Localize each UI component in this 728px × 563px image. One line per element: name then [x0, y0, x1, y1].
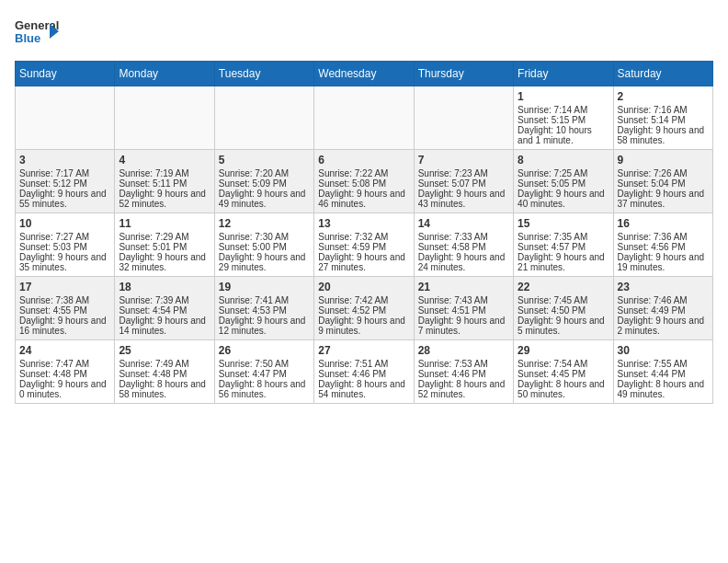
- day-info: Daylight: 9 hours and 19 minutes.: [618, 252, 709, 272]
- calendar-cell: 4Sunrise: 7:19 AMSunset: 5:11 PMDaylight…: [115, 150, 214, 213]
- day-info: Daylight: 9 hours and 55 minutes.: [19, 189, 110, 209]
- day-info: Sunset: 4:54 PM: [119, 305, 210, 316]
- calendar-table: SundayMondayTuesdayWednesdayThursdayFrid…: [15, 61, 713, 404]
- weekday-header-sunday: Sunday: [16, 62, 115, 86]
- day-info: Sunrise: 7:14 AM: [518, 105, 609, 115]
- day-info: Daylight: 9 hours and 12 minutes.: [219, 316, 310, 336]
- day-number: 14: [418, 217, 509, 230]
- day-info: Sunrise: 7:47 AM: [19, 359, 110, 369]
- day-info: Daylight: 10 hours and 1 minute.: [518, 125, 609, 145]
- day-number: 29: [518, 344, 609, 357]
- day-info: Daylight: 9 hours and 43 minutes.: [418, 189, 509, 209]
- day-info: Daylight: 9 hours and 7 minutes.: [418, 316, 509, 336]
- calendar-cell: 6Sunrise: 7:22 AMSunset: 5:08 PMDaylight…: [314, 150, 414, 213]
- day-info: Sunrise: 7:27 AM: [19, 232, 110, 242]
- day-info: Sunset: 4:49 PM: [618, 305, 709, 316]
- day-info: Sunrise: 7:32 AM: [318, 232, 409, 242]
- calendar-cell: 11Sunrise: 7:29 AMSunset: 5:01 PMDayligh…: [115, 213, 214, 277]
- day-info: Sunset: 4:46 PM: [318, 369, 409, 379]
- day-info: Daylight: 8 hours and 56 minutes.: [219, 379, 310, 399]
- weekday-header-thursday: Thursday: [414, 62, 513, 86]
- day-number: 8: [518, 154, 609, 167]
- day-number: 24: [19, 344, 110, 357]
- day-info: Daylight: 9 hours and 9 minutes.: [318, 316, 409, 336]
- day-info: Sunset: 5:11 PM: [119, 178, 210, 189]
- calendar-cell: 14Sunrise: 7:33 AMSunset: 4:58 PMDayligh…: [414, 213, 513, 277]
- day-info: Sunrise: 7:19 AM: [119, 168, 210, 178]
- day-info: Sunrise: 7:35 AM: [518, 232, 609, 242]
- day-number: 3: [19, 154, 110, 167]
- calendar-cell: 19Sunrise: 7:41 AMSunset: 4:53 PMDayligh…: [214, 277, 313, 340]
- day-number: 7: [418, 154, 509, 167]
- day-info: Daylight: 8 hours and 52 minutes.: [418, 379, 509, 399]
- day-info: Sunset: 4:50 PM: [518, 305, 609, 316]
- day-number: 20: [318, 281, 409, 293]
- calendar-week-4: 24Sunrise: 7:47 AMSunset: 4:48 PMDayligh…: [16, 340, 713, 404]
- calendar-cell: 23Sunrise: 7:46 AMSunset: 4:49 PMDayligh…: [613, 277, 712, 340]
- day-number: 23: [618, 281, 709, 293]
- calendar-cell: 16Sunrise: 7:36 AMSunset: 4:56 PMDayligh…: [613, 213, 712, 277]
- calendar-cell: 22Sunrise: 7:45 AMSunset: 4:50 PMDayligh…: [514, 277, 613, 340]
- day-info: Sunset: 5:00 PM: [219, 242, 310, 252]
- day-info: Sunrise: 7:26 AM: [618, 168, 709, 178]
- calendar-cell: 13Sunrise: 7:32 AMSunset: 4:59 PMDayligh…: [314, 213, 414, 277]
- day-info: Sunset: 5:12 PM: [19, 178, 110, 189]
- day-info: Sunset: 4:51 PM: [418, 305, 509, 316]
- day-info: Sunset: 5:09 PM: [219, 178, 310, 189]
- calendar-cell: 17Sunrise: 7:38 AMSunset: 4:55 PMDayligh…: [16, 277, 115, 340]
- day-info: Daylight: 9 hours and 32 minutes.: [119, 252, 210, 272]
- day-info: Sunrise: 7:33 AM: [418, 232, 509, 242]
- calendar-week-2: 10Sunrise: 7:27 AMSunset: 5:03 PMDayligh…: [16, 213, 713, 277]
- day-info: Sunrise: 7:53 AM: [418, 359, 509, 369]
- day-number: 26: [219, 344, 310, 357]
- day-number: 18: [119, 281, 210, 293]
- day-info: Sunset: 4:52 PM: [318, 305, 409, 316]
- day-info: Sunset: 4:48 PM: [19, 369, 110, 379]
- day-number: 9: [618, 154, 709, 167]
- day-info: Daylight: 8 hours and 54 minutes.: [318, 379, 409, 399]
- calendar-week-3: 17Sunrise: 7:38 AMSunset: 4:55 PMDayligh…: [16, 277, 713, 340]
- day-info: Sunset: 5:03 PM: [19, 242, 110, 252]
- calendar-cell: 8Sunrise: 7:25 AMSunset: 5:05 PMDaylight…: [514, 150, 613, 213]
- day-info: Daylight: 8 hours and 50 minutes.: [518, 379, 609, 399]
- weekday-header-saturday: Saturday: [613, 62, 712, 86]
- day-info: Sunset: 4:45 PM: [518, 369, 609, 379]
- calendar-week-0: 1Sunrise: 7:14 AMSunset: 5:15 PMDaylight…: [16, 86, 713, 150]
- calendar-cell: 21Sunrise: 7:43 AMSunset: 4:51 PMDayligh…: [414, 277, 513, 340]
- day-info: Sunset: 4:59 PM: [318, 242, 409, 252]
- day-number: 17: [19, 281, 110, 293]
- day-number: 19: [219, 281, 310, 293]
- day-info: Sunrise: 7:51 AM: [318, 359, 409, 369]
- calendar-header: SundayMondayTuesdayWednesdayThursdayFrid…: [16, 62, 713, 86]
- calendar-cell: 27Sunrise: 7:51 AMSunset: 4:46 PMDayligh…: [314, 340, 414, 404]
- day-info: Sunset: 4:48 PM: [119, 369, 210, 379]
- day-info: Sunrise: 7:50 AM: [219, 359, 310, 369]
- day-number: 4: [119, 154, 210, 167]
- day-number: 21: [418, 281, 509, 293]
- calendar-cell: 18Sunrise: 7:39 AMSunset: 4:54 PMDayligh…: [115, 277, 214, 340]
- day-info: Sunrise: 7:17 AM: [19, 168, 110, 178]
- day-info: Daylight: 9 hours and 40 minutes.: [518, 189, 609, 209]
- day-info: Sunset: 5:07 PM: [418, 178, 509, 189]
- weekday-header-monday: Monday: [115, 62, 214, 86]
- calendar-cell: [414, 86, 513, 150]
- svg-text:Blue: Blue: [15, 31, 40, 45]
- day-info: Sunset: 4:46 PM: [418, 369, 509, 379]
- day-info: Daylight: 9 hours and 24 minutes.: [418, 252, 509, 272]
- day-info: Daylight: 8 hours and 49 minutes.: [618, 379, 709, 399]
- weekday-header-tuesday: Tuesday: [214, 62, 313, 86]
- logo-icon: General Blue: [15, 15, 59, 50]
- calendar-cell: 12Sunrise: 7:30 AMSunset: 5:00 PMDayligh…: [214, 213, 313, 277]
- calendar-cell: [16, 86, 115, 150]
- logo: General Blue: [15, 15, 59, 50]
- day-info: Daylight: 9 hours and 49 minutes.: [219, 189, 310, 209]
- day-info: Sunrise: 7:41 AM: [219, 295, 310, 305]
- day-info: Daylight: 9 hours and 21 minutes.: [518, 252, 609, 272]
- calendar-cell: 26Sunrise: 7:50 AMSunset: 4:47 PMDayligh…: [214, 340, 313, 404]
- day-info: Daylight: 9 hours and 35 minutes.: [19, 252, 110, 272]
- day-info: Sunrise: 7:36 AM: [618, 232, 709, 242]
- day-info: Daylight: 9 hours and 5 minutes.: [518, 316, 609, 336]
- calendar-cell: 24Sunrise: 7:47 AMSunset: 4:48 PMDayligh…: [16, 340, 115, 404]
- day-info: Sunrise: 7:22 AM: [318, 168, 409, 178]
- day-info: Sunrise: 7:43 AM: [418, 295, 509, 305]
